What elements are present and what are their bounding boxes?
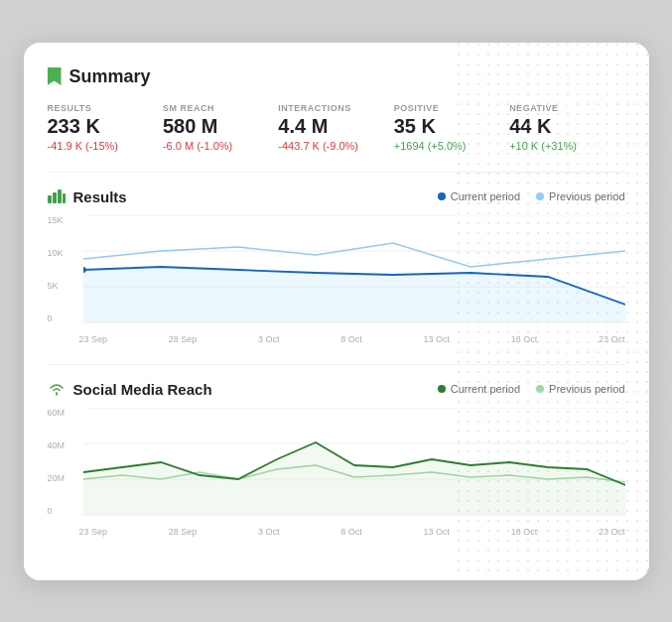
metric-change: -6.0 M (-1.0%) [163,140,262,152]
summary-title-text: Summary [69,66,151,87]
results-legend: Current period Previous period [438,190,625,202]
metric-label: RESULTS [48,103,147,113]
metric-value: 44 K [509,115,608,138]
metric-change: -443.7 K (-9.0%) [278,140,377,152]
social-chart-area [83,408,625,517]
social-chart-section: Social Media Reach Current period Previo… [48,364,625,537]
summary-section: Summary RESULTS 233 K -41.9 K (-15%) SM … [48,66,625,152]
legend-current-results: Current period [438,190,520,202]
svg-marker-8 [83,267,625,322]
previous-social-dot [536,385,544,393]
metric-item: SM REACH 580 M -6.0 M (-1.0%) [163,103,278,152]
metric-item: NEGATIVE 44 K +10 K (+31%) [509,103,624,152]
legend-previous-results: Previous period [536,190,624,202]
current-period-label: Current period [451,190,520,202]
metric-item: RESULTS 233 K -41.9 K (-15%) [48,103,163,152]
svg-point-10 [56,393,58,395]
previous-results-dot [536,192,544,200]
legend-current-social: Current period [438,383,520,395]
legend-previous-social: Previous period [536,383,624,395]
social-x-labels: 23 Sep 28 Sep 3 Oct 8 Oct 13 Oct 18 Oct … [79,527,625,537]
social-svg [83,408,625,517]
results-svg [83,215,625,324]
current-results-dot [438,192,446,200]
wifi-icon [48,382,66,396]
metrics-row: RESULTS 233 K -41.9 K (-15%) SM REACH 58… [48,103,625,152]
metric-change: -41.9 K (-15%) [48,140,147,152]
results-chart-title: Results [48,188,127,205]
results-chart-area [83,215,625,324]
metric-label: NEGATIVE [509,103,608,113]
metric-item: INTERACTIONS 4.4 M -443.7 K (-9.0%) [278,103,393,152]
svg-rect-3 [63,193,66,203]
current-social-dot [438,385,446,393]
results-chart-section: Results Current period Previous period 1… [48,172,625,344]
results-y-labels: 15K 10K 5K 0 [48,215,79,324]
results-x-labels: 23 Sep 28 Sep 3 Oct 8 Oct 13 Oct 18 Oct … [79,334,625,344]
svg-rect-0 [48,195,52,203]
social-title-text: Social Media Reach [73,381,212,398]
results-chart-container: 15K 10K 5K 0 [48,215,625,344]
metric-value: 580 M [163,115,262,138]
social-chart-header: Social Media Reach Current period Previo… [48,381,625,398]
results-title-text: Results [73,188,127,205]
metric-label: INTERACTIONS [278,103,377,113]
bookmark-icon [48,67,62,85]
metric-item: POSITIVE 35 K +1694 (+5.0%) [394,103,509,152]
social-previous-label: Previous period [549,383,624,395]
bar-chart-icon [48,189,66,203]
metric-value: 35 K [394,115,493,138]
metric-value: 4.4 M [278,115,377,138]
summary-title: Summary [48,66,625,87]
results-chart-header: Results Current period Previous period [48,188,625,205]
previous-period-label: Previous period [549,190,624,202]
metric-label: SM REACH [163,103,262,113]
social-current-label: Current period [451,383,520,395]
metric-change: +1694 (+5.0%) [394,140,493,152]
social-chart-title: Social Media Reach [48,381,212,398]
social-y-labels: 60M 40M 20M 0 [48,408,79,517]
metric-value: 233 K [48,115,147,138]
svg-rect-1 [53,192,57,203]
metric-label: POSITIVE [394,103,493,113]
social-legend: Current period Previous period [438,383,625,395]
dashboard-card: Summary RESULTS 233 K -41.9 K (-15%) SM … [24,43,649,580]
svg-marker-15 [83,442,625,515]
svg-rect-2 [58,189,62,203]
social-chart-container: 60M 40M 20M 0 [48,408,625,537]
metric-change: +10 K (+31%) [509,140,608,152]
